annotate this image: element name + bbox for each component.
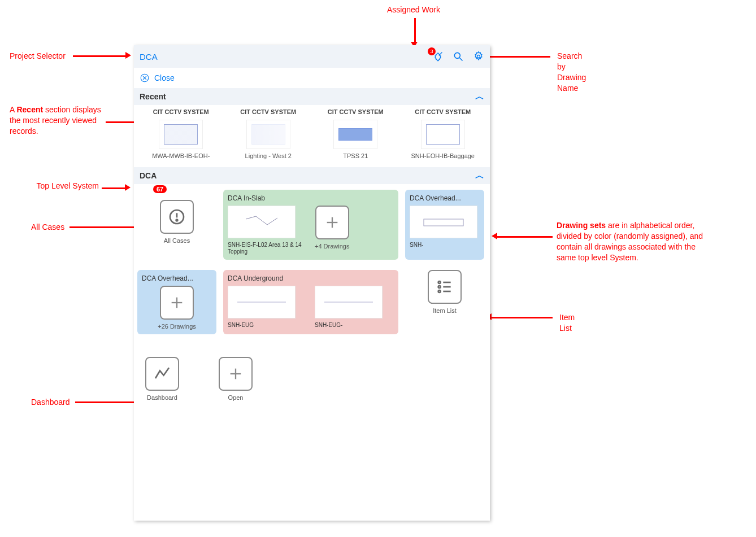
svg-point-20	[438, 290, 441, 292]
alert-icon	[160, 200, 194, 234]
assigned-work-icon[interactable]: 3	[432, 51, 444, 62]
more-drawings-tile[interactable]: +4 Drawings	[315, 206, 349, 250]
recent-item[interactable]: CIT CCTV SYSTEM Lighting - West 2	[225, 108, 312, 159]
section-title: DCA	[140, 171, 157, 180]
open-label: Open	[228, 394, 244, 401]
recent-item[interactable]: CIT CCTV SYSTEM TPSS 21	[312, 108, 399, 159]
item-list-label: Item List	[433, 307, 457, 314]
recent-item-title: CIT CCTV SYSTEM	[240, 108, 296, 116]
drawing-caption: SNH-	[410, 242, 423, 248]
annotation-text: Item List	[559, 312, 575, 334]
annotation-recent-desc: A Recent section displays the most recen…	[10, 104, 106, 137]
open-tile[interactable]: Open	[219, 357, 253, 401]
section-header-system[interactable]: DCA ︿	[134, 167, 490, 184]
chart-icon	[145, 357, 179, 391]
list-icon	[428, 270, 462, 304]
recent-item-title: CIT CCTV SYSTEM	[328, 108, 384, 116]
drawing-thumbnail	[421, 120, 465, 149]
drawing-thumbnail	[246, 120, 290, 149]
annotation-all-cases: All Cases	[31, 222, 64, 233]
svg-point-2	[477, 55, 480, 58]
svg-rect-11	[424, 219, 463, 226]
all-cases-label: All Cases	[164, 237, 190, 244]
drawing-caption: SNH-EUG	[228, 322, 254, 328]
recent-item-caption: MWA-MWB-IB-EOH-	[152, 152, 210, 159]
drawing-set-card-overhead2[interactable]: DCA Overhead... +26 Drawings	[137, 270, 216, 334]
close-label: Close	[154, 73, 175, 82]
drawing-thumbnail	[410, 206, 477, 238]
recent-item-caption: Lighting - West 2	[245, 152, 292, 159]
project-selector[interactable]: DCA	[140, 52, 158, 62]
drawing-set-title: DCA Overhead...	[410, 194, 480, 202]
annotation-text: Project Selector	[10, 51, 66, 60]
close-icon	[140, 73, 150, 83]
annotation-text: Top Level System	[37, 181, 99, 190]
recent-item-caption: TPSS 21	[343, 152, 368, 159]
svg-line-1	[460, 58, 463, 61]
plus-icon	[219, 357, 253, 391]
more-drawings-label: +4 Drawings	[315, 243, 349, 250]
drawing-set-card-inslab[interactable]: DCA In-Slab SNH-EIS-F-L02 Area 13 & 14 T…	[223, 190, 398, 260]
svg-point-0	[454, 53, 460, 58]
more-drawings-label: +26 Drawings	[158, 323, 196, 330]
drawing-item[interactable]: SNH-EUG-	[315, 286, 394, 328]
assigned-work-badge: 3	[428, 47, 436, 55]
section-header-recent[interactable]: Recent ︿	[134, 88, 490, 105]
svg-point-16	[438, 281, 441, 283]
all-cases-tile[interactable]: 67 All Cases	[137, 190, 216, 260]
recent-item-caption: SNH-EOH-IB-Baggage	[411, 152, 475, 159]
annotation-text: Assigned Work	[387, 5, 440, 14]
annotation-assigned-work: Assigned Work	[387, 5, 440, 15]
chevron-up-icon: ︿	[475, 91, 484, 103]
recent-row: CIT CCTV SYSTEM MWA-MWB-IB-EOH- CIT CCTV…	[134, 105, 490, 167]
drawing-set-title: DCA In-Slab	[228, 194, 394, 202]
drawing-item[interactable]: SNH-EUG	[228, 286, 307, 328]
drawing-set-title: DCA Underground	[228, 274, 394, 282]
dashboard-tile[interactable]: Dashboard	[145, 357, 179, 401]
recent-item[interactable]: CIT CCTV SYSTEM SNH-EOH-IB-Baggage	[399, 108, 487, 159]
drawing-set-card-underground[interactable]: DCA Underground SNH-EUG SNH-EUG-	[223, 270, 398, 334]
drawing-set-title: DCA Overhead...	[142, 274, 212, 282]
chevron-up-icon: ︿	[475, 170, 484, 182]
settings-icon[interactable]	[473, 51, 484, 62]
app-window: DCA 3 Close Recent ︿ CIT CCTV SYSTEM MWA…	[134, 45, 490, 521]
annotation-text: Dashboard	[31, 398, 70, 407]
svg-point-18	[438, 286, 441, 288]
search-icon[interactable]	[453, 51, 464, 62]
drawing-set-card-overhead1[interactable]: DCA Overhead... SNH-	[405, 190, 484, 260]
item-list-tile[interactable]: Item List	[405, 270, 484, 334]
annotation-text: All Cases	[31, 222, 64, 232]
close-button[interactable]: Close	[134, 68, 490, 88]
dashboard-label: Dashboard	[147, 394, 177, 401]
plus-icon	[160, 286, 194, 320]
drawing-thumbnail	[228, 206, 296, 238]
top-bar: DCA 3	[134, 45, 490, 68]
drawing-caption: SNH-EUG-	[315, 322, 342, 328]
annotation-project-selector: Project Selector	[10, 51, 66, 62]
drawing-thumbnail	[159, 120, 203, 149]
annotation-dashboard: Dashboard	[31, 397, 70, 408]
recent-item-title: CIT CCTV SYSTEM	[415, 108, 471, 116]
drawing-thumbnail	[228, 286, 296, 318]
annotation-text: Search by Drawing Name	[557, 51, 586, 94]
annotation-top-level-system: Top Level System	[31, 181, 99, 191]
drawing-caption: SNH-EIS-F-L02 Area 13 & 14 Topping	[228, 242, 307, 255]
svg-point-8	[176, 220, 178, 221]
all-cases-count-badge: 67	[153, 185, 167, 193]
drawing-thumbnail	[333, 120, 377, 149]
system-grid: 67 All Cases DCA In-Slab SNH-EIS-F-L02 A…	[134, 184, 490, 417]
section-title: Recent	[140, 92, 166, 101]
drawing-item[interactable]: SNH-EIS-F-L02 Area 13 & 14 Topping	[228, 206, 307, 255]
recent-item-title: CIT CCTV SYSTEM	[153, 108, 209, 116]
drawing-thumbnail	[315, 286, 383, 318]
recent-item[interactable]: CIT CCTV SYSTEM MWA-MWB-IB-EOH-	[137, 108, 225, 159]
plus-icon	[315, 206, 349, 239]
